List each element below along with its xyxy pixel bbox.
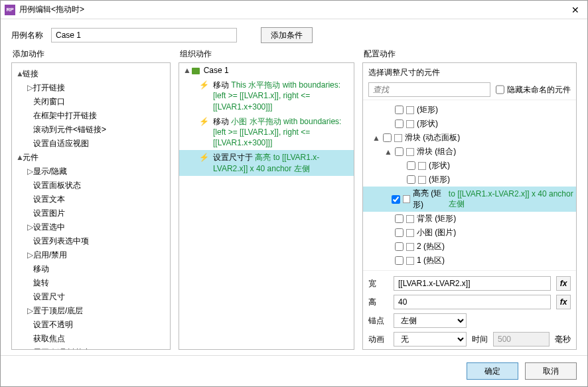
- widget-checkbox[interactable]: [395, 214, 404, 223]
- action-tree-label: 设置尺寸: [33, 292, 65, 301]
- org-action-text: 设置尺寸于 高亮 to [[LVAR1.x-LVAR2.x]] x 40 anc…: [213, 152, 350, 173]
- action-tree-item[interactable]: ▷显示/隐藏: [12, 165, 170, 179]
- widget-type-icon: [406, 257, 414, 265]
- action-tree-label: 置于顶层/底层: [33, 306, 83, 315]
- widget-checkbox[interactable]: [383, 133, 392, 142]
- action-tree-item[interactable]: ▷启用/禁用: [12, 248, 170, 262]
- ok-button[interactable]: 确定: [467, 362, 518, 380]
- widget-checkbox[interactable]: [395, 147, 404, 156]
- action-tree-item[interactable]: 设置列表选中项: [12, 234, 170, 248]
- action-tree-label: 设置选中: [33, 222, 65, 232]
- widget-label: (形状): [429, 160, 450, 171]
- action-tree-label: 元件: [23, 153, 38, 162]
- org-action-panel: ▲ Case 1 ⚡移动 This 水平拖动 with boundaries: …: [179, 62, 354, 350]
- chevron-right-icon[interactable]: ▷: [27, 83, 33, 92]
- chevron-down-icon[interactable]: ▲: [183, 65, 190, 76]
- add-condition-button[interactable]: 添加条件: [261, 27, 313, 43]
- action-tree-item[interactable]: 获取焦点: [12, 332, 170, 346]
- action-tree-item[interactable]: 旋转: [12, 276, 170, 290]
- height-input[interactable]: [394, 295, 551, 309]
- add-action-column: 添加动作 ▲链接▷打开链接关闭窗口在框架中打开链接滚动到元件<锚链接>设置自适应…: [11, 48, 171, 350]
- config-action-panel: 选择调整尺寸的元件 隐藏未命名的元件 (矩形)(形状)▲滑块 (动态面板)▲滑块…: [362, 62, 577, 350]
- org-action-item[interactable]: ⚡移动 小图 水平拖动 with boundaries: [left >= [[…: [179, 114, 354, 151]
- width-fx-button[interactable]: fx: [556, 276, 571, 291]
- close-icon[interactable]: ✕: [567, 5, 583, 15]
- add-action-panel: ▲链接▷打开链接关闭窗口在框架中打开链接滚动到元件<锚链接>设置自适应视图▲元件…: [11, 62, 171, 350]
- chevron-down-icon[interactable]: ▲: [16, 69, 23, 78]
- widget-checkbox[interactable]: [395, 242, 404, 251]
- org-action-text: 移动 This 水平拖动 with boundaries: [left >= […: [213, 80, 350, 112]
- cancel-button[interactable]: 取消: [525, 362, 577, 380]
- widget-checkbox[interactable]: [407, 175, 415, 184]
- search-input[interactable]: [368, 82, 490, 97]
- org-case[interactable]: ▲ Case 1: [179, 63, 354, 78]
- widget-tree-item[interactable]: ▲滑块 (动态面板): [363, 131, 576, 145]
- widget-tree-item[interactable]: 背景 (矩形): [363, 212, 576, 226]
- widget-checkbox[interactable]: [395, 119, 404, 128]
- org-case-label: Case 1: [204, 66, 229, 75]
- action-tree-item[interactable]: 设置面板状态: [12, 179, 170, 193]
- action-tree-item[interactable]: 设置文本: [12, 193, 170, 206]
- org-action-header: 组织动作: [179, 48, 354, 60]
- action-tree-item[interactable]: ▷设置选中: [12, 220, 170, 234]
- anchor-select[interactable]: 左侧: [394, 313, 467, 328]
- chevron-right-icon[interactable]: ▷: [27, 306, 33, 315]
- chevron-right-icon[interactable]: ▷: [27, 222, 33, 232]
- org-action-item[interactable]: ⚡设置尺寸于 高亮 to [[LVAR1.x-LVAR2.x]] x 40 an…: [179, 150, 354, 175]
- chevron-down-icon[interactable]: ▲: [372, 133, 380, 143]
- action-tree-item[interactable]: ▲元件: [12, 151, 170, 165]
- widget-type-icon: [403, 195, 410, 203]
- case-name-label: 用例名称: [11, 30, 43, 41]
- widget-tree-item[interactable]: 1 (热区): [363, 254, 576, 268]
- widget-tree-item[interactable]: (矩形): [363, 173, 576, 187]
- action-tree-item[interactable]: 在框架中打开链接: [12, 109, 170, 123]
- widget-checkbox[interactable]: [407, 161, 415, 170]
- lightning-icon: ⚡: [199, 116, 209, 149]
- width-input[interactable]: [394, 276, 551, 291]
- widget-tree-item[interactable]: (矩形): [363, 103, 576, 117]
- widget-label: 高亮 (矩形): [413, 188, 447, 210]
- hide-unnamed-label[interactable]: 隐藏未命名的元件: [496, 82, 571, 97]
- action-tree-item[interactable]: ▷置于顶层/底层: [12, 304, 170, 318]
- lightning-icon: ⚡: [199, 80, 209, 112]
- chevron-right-icon[interactable]: ▷: [27, 167, 33, 176]
- widget-tree-item[interactable]: ▲滑块 (组合): [363, 145, 576, 159]
- hide-unnamed-checkbox[interactable]: [496, 82, 504, 97]
- action-tree-label: 设置自适应视图: [33, 139, 89, 148]
- widget-checkbox[interactable]: [395, 256, 404, 265]
- widget-checkbox[interactable]: [395, 106, 404, 114]
- action-tree-item[interactable]: ▷打开链接: [12, 81, 170, 95]
- action-tree-item[interactable]: ▲链接: [12, 67, 170, 81]
- action-tree-item[interactable]: 移动: [12, 262, 170, 276]
- action-tree-item[interactable]: 设置图片: [12, 206, 170, 220]
- chevron-right-icon[interactable]: ▷: [27, 250, 33, 260]
- widget-label: 滑块 (组合): [417, 146, 456, 157]
- action-tree-item[interactable]: 关闭窗口: [12, 95, 170, 109]
- widget-checkbox[interactable]: [395, 228, 404, 237]
- org-action-item[interactable]: ⚡移动 This 水平拖动 with boundaries: [left >= …: [179, 78, 354, 114]
- widget-checkbox[interactable]: [392, 195, 400, 204]
- case-name-input[interactable]: [51, 28, 237, 42]
- action-tree-label: 链接: [23, 69, 38, 78]
- action-tree-label: 设置面板状态: [33, 181, 81, 190]
- chevron-down-icon[interactable]: ▲: [384, 147, 392, 157]
- action-tree-item[interactable]: 设置不透明: [12, 318, 170, 332]
- widget-label: (形状): [417, 118, 438, 129]
- widget-tree: (矩形)(形状)▲滑块 (动态面板)▲滑块 (组合)(形状)(矩形)高亮 (矩形…: [363, 100, 576, 271]
- widget-tree-item[interactable]: 2 (热区): [363, 240, 576, 254]
- widget-tree-item[interactable]: 小图 (图片): [363, 226, 576, 240]
- action-tree-item[interactable]: 滚动到元件<锚链接>: [12, 123, 170, 137]
- anim-select[interactable]: 无: [394, 332, 467, 347]
- widget-type-icon: [394, 134, 402, 142]
- action-tree-item[interactable]: 展开/折叠树节点: [12, 346, 170, 350]
- widget-tree-item[interactable]: 高亮 (矩形) to [[LVAR1.x-LVAR2.x]] x 40 anch…: [363, 187, 576, 212]
- action-tree-item[interactable]: 设置尺寸: [12, 290, 170, 304]
- height-fx-button[interactable]: fx: [556, 295, 571, 309]
- action-tree-label: 显示/隐藏: [33, 167, 67, 176]
- select-widget-label: 选择调整尺寸的元件: [363, 63, 576, 80]
- widget-tree-item[interactable]: (形状): [363, 117, 576, 131]
- action-tree-item[interactable]: 设置自适应视图: [12, 137, 170, 151]
- chevron-down-icon[interactable]: ▲: [16, 153, 23, 162]
- action-tree-label: 关闭窗口: [33, 97, 65, 106]
- widget-tree-item[interactable]: (形状): [363, 159, 576, 173]
